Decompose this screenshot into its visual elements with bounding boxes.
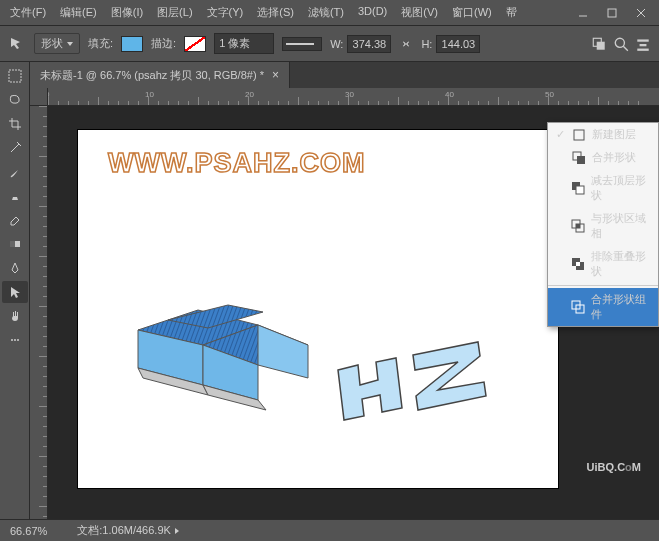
width-input[interactable] <box>347 35 391 53</box>
height-field: H: <box>421 35 480 53</box>
document-tab[interactable]: 未标题-1 @ 66.7% (psahz 拷贝 30, RGB/8#) * × <box>30 62 290 88</box>
menu-layer[interactable]: 图层(L) <box>151 2 198 23</box>
canvas[interactable]: WWW.PSAHZ.COM <box>78 130 558 488</box>
tool-path-select[interactable] <box>2 281 28 303</box>
exclude-icon <box>571 257 585 271</box>
zoom-level[interactable]: 66.67% <box>10 525 47 537</box>
tool-gradient[interactable] <box>2 233 28 255</box>
menu-help[interactable]: 帮 <box>500 2 523 23</box>
credit-watermark: UiBQ.CoM <box>587 457 641 475</box>
ctx-item-4[interactable]: 排除重叠形状 <box>548 245 658 283</box>
check-icon: ✓ <box>554 128 566 141</box>
menu-file[interactable]: 文件(F) <box>4 2 52 23</box>
tool-lasso[interactable] <box>2 89 28 111</box>
ctx-item-1[interactable]: 合并形状 <box>548 146 658 169</box>
tool-marquee[interactable] <box>2 65 28 87</box>
svg-point-6 <box>615 38 624 47</box>
fill-swatch[interactable] <box>121 36 143 52</box>
intersect-icon <box>571 219 585 233</box>
toolbox <box>0 62 30 519</box>
minimize-button[interactable] <box>569 3 597 23</box>
svg-rect-10 <box>637 48 648 50</box>
svg-point-14 <box>11 339 13 341</box>
svg-rect-27 <box>574 130 584 140</box>
chevron-down-icon <box>67 42 73 46</box>
tool-more[interactable] <box>2 329 28 351</box>
search-icon[interactable] <box>613 36 629 52</box>
path-operations-button[interactable] <box>591 36 607 52</box>
tab-close-icon[interactable]: × <box>272 68 279 82</box>
ruler-corner <box>30 88 48 106</box>
ctx-item-0[interactable]: ✓新建图层 <box>548 123 658 146</box>
menu-select[interactable]: 选择(S) <box>251 2 300 23</box>
tool-eyedropper[interactable] <box>2 137 28 159</box>
merge-icon <box>572 151 586 165</box>
shape-mode-label: 形状 <box>41 36 63 51</box>
path-operations-menu: ✓新建图层合并形状减去顶层形状与形状区域相排除重叠形状合并形状组件 <box>547 122 659 327</box>
ctx-item-label: 新建图层 <box>592 127 636 142</box>
ruler-horizontal: 01020304050 <box>48 88 659 106</box>
svg-rect-34 <box>576 224 580 228</box>
ctx-item-5[interactable]: 合并形状组件 <box>548 288 658 326</box>
link-wh-icon[interactable] <box>399 37 413 51</box>
align-icon[interactable] <box>635 36 651 52</box>
height-input[interactable] <box>436 35 480 53</box>
document-size[interactable]: 文档:1.06M/466.9K <box>77 523 179 538</box>
stroke-label: 描边: <box>151 36 176 51</box>
stroke-width-field[interactable]: 1 像素 <box>214 33 274 54</box>
menu-image[interactable]: 图像(I) <box>105 2 149 23</box>
fill-label: 填充: <box>88 36 113 51</box>
status-bar: 66.67% 文档:1.06M/466.9K <box>0 519 659 541</box>
tool-hand[interactable] <box>2 305 28 327</box>
tool-clone[interactable] <box>2 185 28 207</box>
subtract-icon <box>571 181 585 195</box>
ctx-item-label: 与形状区域相 <box>591 211 652 241</box>
document-tabs: 未标题-1 @ 66.7% (psahz 拷贝 30, RGB/8#) * × <box>30 62 659 88</box>
solid-line-icon <box>286 43 314 45</box>
triangle-right-icon <box>175 528 179 534</box>
width-field: W: <box>330 35 391 53</box>
ruler-vertical <box>30 106 48 519</box>
menu-3d[interactable]: 3D(D) <box>352 2 393 23</box>
ctx-item-label: 合并形状组件 <box>591 292 652 322</box>
ctx-item-label: 排除重叠形状 <box>591 249 652 279</box>
ctx-item-label: 合并形状 <box>592 150 636 165</box>
menu-view[interactable]: 视图(V) <box>395 2 444 23</box>
menu-type[interactable]: 文字(Y) <box>201 2 250 23</box>
ctx-item-2[interactable]: 减去顶层形状 <box>548 169 658 207</box>
tool-crop[interactable] <box>2 113 28 135</box>
tab-title: 未标题-1 @ 66.7% (psahz 拷贝 30, RGB/8#) * <box>40 68 264 83</box>
svg-rect-29 <box>577 156 585 164</box>
maximize-button[interactable] <box>598 3 626 23</box>
svg-rect-5 <box>597 41 605 49</box>
main-menu: 文件(F) 编辑(E) 图像(I) 图层(L) 文字(Y) 选择(S) 滤镜(T… <box>4 2 523 23</box>
tool-brush[interactable] <box>2 161 28 183</box>
close-button[interactable] <box>627 3 655 23</box>
active-tool-icon[interactable] <box>8 35 26 53</box>
ctx-item-3[interactable]: 与形状区域相 <box>548 207 658 245</box>
menu-edit[interactable]: 编辑(E) <box>54 2 103 23</box>
window-controls <box>569 3 655 23</box>
shape-mode-dropdown[interactable]: 形状 <box>34 33 80 54</box>
artwork-3d-text[interactable] <box>108 250 528 450</box>
menu-filter[interactable]: 滤镜(T) <box>302 2 350 23</box>
options-bar: 形状 填充: 描边: 1 像素 W: H: <box>0 26 659 62</box>
ctx-item-label: 减去顶层形状 <box>591 173 652 203</box>
svg-line-7 <box>623 46 628 51</box>
svg-rect-11 <box>9 70 21 82</box>
svg-rect-31 <box>576 186 584 194</box>
stroke-swatch[interactable] <box>184 36 206 52</box>
tool-pen[interactable] <box>2 257 28 279</box>
watermark-text: WWW.PSAHZ.COM <box>108 148 365 179</box>
stroke-style-dropdown[interactable] <box>282 37 322 51</box>
svg-rect-1 <box>608 9 616 17</box>
workspace: 未标题-1 @ 66.7% (psahz 拷贝 30, RGB/8#) * × … <box>0 62 659 519</box>
menu-window[interactable]: 窗口(W) <box>446 2 498 23</box>
rect-icon <box>572 128 586 142</box>
svg-rect-9 <box>640 44 647 46</box>
tool-eraser[interactable] <box>2 209 28 231</box>
svg-point-16 <box>17 339 19 341</box>
menu-bar: 文件(F) 编辑(E) 图像(I) 图层(L) 文字(Y) 选择(S) 滤镜(T… <box>0 0 659 26</box>
mergecomp-icon <box>571 300 585 314</box>
svg-rect-8 <box>637 39 648 41</box>
